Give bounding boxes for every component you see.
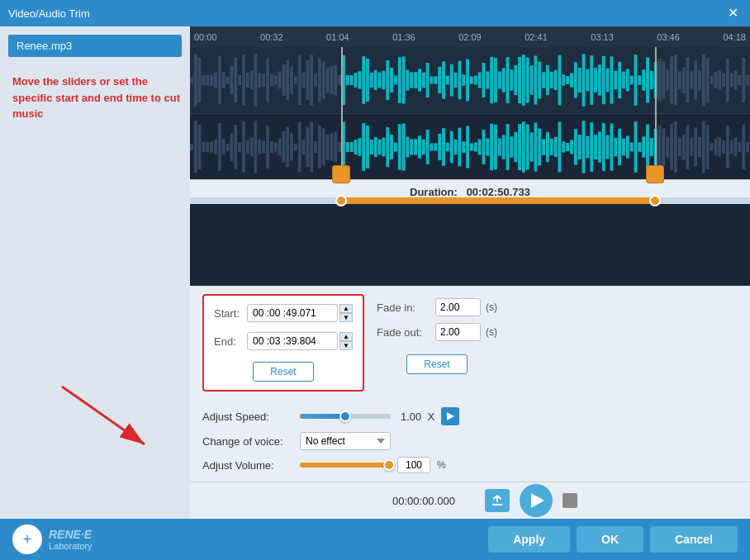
volume-label: Adjust Volume:: [202, 459, 293, 472]
voice-select[interactable]: No effect Male Female Child: [300, 432, 391, 450]
start-spinners: ▲ ▼: [339, 304, 353, 322]
svg-rect-79: [498, 71, 501, 88]
close-button[interactable]: ✕: [724, 7, 742, 20]
svg-rect-124: [678, 71, 681, 88]
right-panel: 00:00 00:32 01:04 01:36 02:09 02:41 03:1…: [190, 26, 750, 519]
svg-rect-222: [510, 136, 513, 158]
fade-reset-button[interactable]: Reset: [406, 354, 467, 374]
svg-rect-48: [374, 70, 377, 90]
play-button[interactable]: [520, 484, 553, 517]
svg-rect-260: [662, 128, 665, 166]
logo-area: + RENE·E Laboratory: [12, 524, 93, 554]
end-up[interactable]: ▲: [339, 332, 353, 341]
duration-label: Duration: 00:02:50.733: [410, 186, 530, 198]
speed-thumb[interactable]: [339, 411, 351, 422]
svg-rect-35: [322, 61, 325, 98]
time-reset-button[interactable]: Reset: [253, 362, 313, 382]
svg-rect-122: [670, 57, 673, 104]
svg-rect-246: [606, 135, 610, 159]
volume-input[interactable]: [397, 457, 430, 473]
svg-rect-168: [294, 144, 297, 151]
end-down[interactable]: ▼: [339, 341, 353, 350]
cancel-button[interactable]: Cancel: [650, 526, 738, 553]
progress-thumb-right[interactable]: [649, 195, 661, 206]
svg-rect-28: [294, 77, 297, 84]
svg-rect-53: [394, 75, 397, 84]
trim-handle-right[interactable]: [646, 165, 664, 183]
marker-7: 03:46: [657, 32, 680, 42]
apply-button[interactable]: Apply: [488, 526, 570, 553]
svg-rect-175: [322, 128, 325, 165]
svg-rect-105: [602, 56, 605, 104]
svg-rect-125: [682, 68, 686, 93]
waveform-bottom: [190, 113, 750, 179]
svg-rect-275: [722, 140, 725, 154]
svg-rect-18: [254, 54, 257, 107]
progress-track[interactable]: [190, 197, 750, 204]
svg-rect-25: [282, 64, 285, 96]
start-up[interactable]: ▲: [339, 304, 353, 313]
start-input[interactable]: [247, 304, 338, 322]
trim-handle-left[interactable]: [332, 165, 350, 183]
svg-rect-209: [458, 128, 461, 167]
speed-label: Adjust Speed:: [202, 411, 293, 423]
volume-fill: [300, 463, 391, 467]
svg-rect-32: [310, 55, 313, 106]
svg-rect-214: [478, 140, 482, 155]
svg-rect-235: [562, 141, 565, 152]
svg-rect-268: [694, 128, 697, 167]
svg-rect-98: [574, 62, 577, 98]
end-input[interactable]: [247, 332, 338, 350]
svg-rect-212: [470, 143, 473, 150]
svg-rect-24: [278, 72, 282, 89]
svg-rect-248: [614, 138, 617, 157]
svg-rect-30: [302, 73, 306, 88]
right-controls: Adjust Speed: 1.00 X Change of voice:: [202, 404, 459, 473]
svg-rect-262: [670, 124, 673, 171]
svg-rect-80: [502, 68, 506, 92]
fade-in-input[interactable]: [435, 298, 481, 316]
main-layout: Renee.mp3 Move the sliders or set the sp…: [0, 26, 750, 519]
waveform-area: 00:00 00:32 01:04 01:36 02:09 02:41 03:1…: [190, 26, 750, 286]
svg-rect-51: [386, 60, 389, 100]
svg-rect-187: [370, 140, 373, 154]
svg-rect-43: [354, 73, 358, 88]
svg-rect-167: [290, 133, 293, 160]
svg-rect-249: [618, 129, 621, 165]
svg-rect-215: [482, 130, 486, 164]
end-label: End:: [214, 335, 247, 348]
svg-rect-8: [214, 73, 217, 88]
progress-fill: [341, 197, 655, 204]
ok-button[interactable]: OK: [577, 526, 643, 553]
svg-rect-161: [266, 126, 269, 168]
playback-time: 00:00:00.000: [392, 495, 475, 507]
percent-label: %: [437, 459, 446, 471]
svg-rect-241: [586, 136, 589, 159]
svg-rect-279: [738, 142, 741, 152]
svg-rect-216: [486, 138, 489, 155]
svg-rect-133: [714, 72, 717, 88]
stop-button[interactable]: [562, 493, 577, 508]
svg-rect-132: [710, 76, 714, 83]
export-button[interactable]: [485, 489, 510, 512]
svg-rect-130: [702, 55, 705, 107]
fade-out-label: Fade out:: [377, 326, 430, 339]
speed-slider[interactable]: [300, 414, 391, 419]
speed-play-button[interactable]: [441, 407, 459, 425]
volume-slider[interactable]: [300, 463, 391, 467]
svg-rect-201: [426, 130, 430, 164]
start-down[interactable]: ▼: [339, 313, 353, 322]
svg-rect-87: [530, 65, 534, 95]
svg-rect-223: [514, 132, 517, 162]
volume-thumb[interactable]: [383, 459, 395, 471]
svg-rect-147: [210, 141, 213, 153]
svg-rect-49: [378, 73, 382, 88]
fade-out-input[interactable]: [435, 323, 481, 341]
hint-text: Move the sliders or set the specific sta…: [12, 74, 182, 122]
svg-rect-62: [430, 76, 434, 83]
svg-rect-144: [198, 125, 202, 169]
progress-thumb-left[interactable]: [335, 195, 347, 206]
svg-rect-102: [590, 55, 593, 105]
svg-rect-10: [222, 72, 225, 88]
svg-rect-200: [422, 140, 425, 155]
